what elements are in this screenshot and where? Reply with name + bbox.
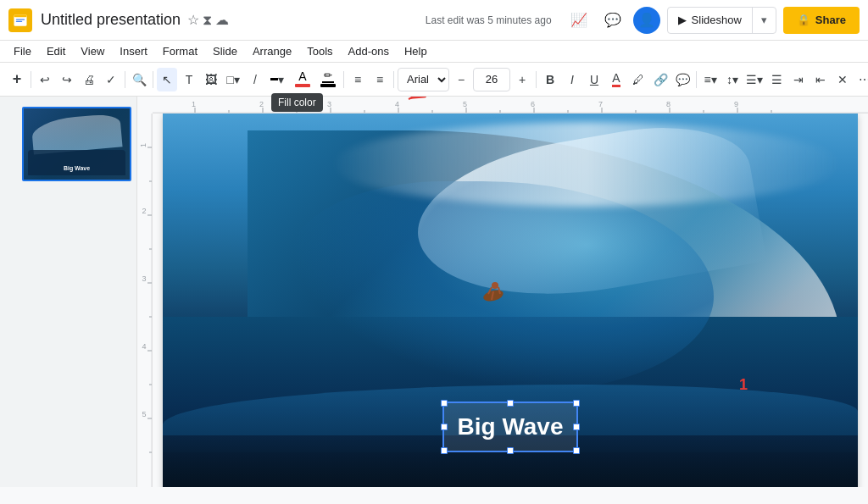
svg-text:3: 3 <box>142 274 146 283</box>
image-tool[interactable]: 🖼 <box>201 68 221 91</box>
list-btn2[interactable]: ☰ <box>766 68 787 91</box>
menu-file[interactable]: File <box>7 43 38 59</box>
underline-btn[interactable]: U <box>584 68 604 91</box>
line-tool[interactable]: / <box>245 68 265 91</box>
svg-text:5: 5 <box>463 100 467 108</box>
line-spacing-btn[interactable]: ↕▾ <box>722 68 743 91</box>
document-title[interactable]: Untitled presentation <box>41 11 181 29</box>
divider7 <box>696 71 697 88</box>
text-color-btn[interactable]: A <box>606 68 626 91</box>
menu-bar: File Edit View Insert Format Slide Arran… <box>0 41 868 63</box>
line-weight-btn[interactable]: ▾ <box>267 68 287 91</box>
menu-format[interactable]: Format <box>156 43 204 59</box>
title-right-buttons: 📈 💬 👤 ▶ Slideshow ▾ 🔒 Share <box>565 7 860 34</box>
canvas-area: 1 2 3 4 5 6 7 8 9 <box>137 97 868 487</box>
menu-insert[interactable]: Insert <box>113 43 154 59</box>
main-area: 1 Big Wave 1 2 <box>0 97 868 487</box>
analytics-icon[interactable]: 📈 <box>565 7 593 34</box>
history-icon[interactable]: ⧗ <box>203 13 212 28</box>
font-size-increase[interactable]: + <box>512 68 532 91</box>
app-logo <box>8 8 32 32</box>
svg-text:3: 3 <box>327 100 331 108</box>
slideshow-main-button[interactable]: ▶ Slideshow <box>668 8 752 33</box>
svg-text:1: 1 <box>192 100 196 108</box>
slideshow-button[interactable]: ▶ Slideshow ▾ <box>667 7 776 34</box>
fill-color-tooltip: Fill color <box>271 93 323 112</box>
print-btn[interactable]: 🖨 <box>79 68 99 91</box>
svg-point-49 <box>492 282 498 289</box>
slide-canvas[interactable]: Big Wave 1 <box>163 114 858 487</box>
italic-btn[interactable]: I <box>562 68 582 91</box>
svg-text:2: 2 <box>142 207 146 215</box>
font-selector[interactable]: Arial <box>398 68 449 91</box>
menu-addons[interactable]: Add-ons <box>342 43 396 59</box>
align-left-btn[interactable]: ≡ <box>348 68 368 91</box>
last-edit-text: Last edit was 5 minutes ago <box>426 14 552 26</box>
handle-bl[interactable] <box>441 447 448 454</box>
divider3 <box>153 71 153 88</box>
menu-edit[interactable]: Edit <box>40 43 72 59</box>
menu-view[interactable]: View <box>74 43 111 59</box>
ruler-left: 1 2 3 4 5 <box>137 114 153 487</box>
handle-br[interactable] <box>573 447 580 454</box>
list-btn[interactable]: ☰▾ <box>744 68 765 91</box>
text-align-btn[interactable]: ≡▾ <box>700 68 721 91</box>
bold-btn[interactable]: B <box>540 68 560 91</box>
divider2 <box>125 71 125 88</box>
border-color-btn[interactable]: ✏ <box>316 68 340 91</box>
text-tool[interactable]: T <box>179 68 199 91</box>
insert-btn[interactable]: + <box>7 68 27 91</box>
shapes-tool[interactable]: □▾ <box>223 68 243 91</box>
handle-mr[interactable] <box>573 424 580 430</box>
cloud-icon[interactable]: ☁ <box>215 12 229 28</box>
handle-ml[interactable] <box>441 424 448 430</box>
text-box[interactable]: Big Wave <box>442 402 578 452</box>
svg-text:7: 7 <box>598 100 603 108</box>
slideshow-dropdown-button[interactable]: ▾ <box>752 8 776 33</box>
handle-bm[interactable] <box>507 447 514 454</box>
divider1 <box>31 71 31 88</box>
star-icon[interactable]: ☆ <box>187 12 199 28</box>
svg-text:5: 5 <box>142 410 146 418</box>
outdent-btn[interactable]: ⇤ <box>810 68 831 91</box>
font-size-decrease[interactable]: − <box>451 68 471 91</box>
menu-arrange[interactable]: Arrange <box>246 43 298 59</box>
menu-help[interactable]: Help <box>398 43 434 59</box>
handle-tl[interactable] <box>441 400 448 407</box>
svg-text:1: 1 <box>139 143 147 147</box>
title-bar: Untitled presentation ☆ ⧗ ☁ Last edit wa… <box>0 0 868 41</box>
link-btn[interactable]: 🔗 <box>650 68 670 91</box>
chat-icon[interactable]: 💬 <box>599 7 626 34</box>
menu-tools[interactable]: Tools <box>300 43 339 59</box>
undo-btn[interactable]: ↩ <box>35 68 55 91</box>
svg-text:8: 8 <box>666 100 670 108</box>
svg-text:2: 2 <box>259 100 264 108</box>
account-icon[interactable]: 👤 <box>633 7 660 34</box>
svg-rect-1 <box>14 14 27 17</box>
highlight-btn[interactable]: 🖊 <box>628 68 648 91</box>
svg-text:9: 9 <box>734 100 738 108</box>
align-btn2[interactable]: ≡ <box>370 68 390 91</box>
slideshow-label: Slideshow <box>692 14 742 26</box>
zoom-btn[interactable]: 🔍 <box>129 68 149 91</box>
handle-tm[interactable] <box>507 400 514 407</box>
clear-format-btn[interactable]: ✕ <box>832 68 853 91</box>
surfer-figure <box>476 270 510 313</box>
more-btn[interactable]: ⋯ <box>854 68 868 91</box>
slide-text[interactable]: Big Wave <box>458 413 564 440</box>
menu-slide[interactable]: Slide <box>206 43 244 59</box>
select-tool[interactable]: ↖ <box>157 68 177 91</box>
svg-text:4: 4 <box>395 100 399 108</box>
redo-btn[interactable]: ↪ <box>57 68 77 91</box>
spellcheck-btn[interactable]: ✓ <box>101 68 121 91</box>
share-button[interactable]: 🔒 Share <box>783 7 860 34</box>
slide-thumbnail-1[interactable]: Big Wave <box>22 107 131 181</box>
comment-btn[interactable]: 💬 <box>672 68 693 91</box>
font-size-input[interactable] <box>473 68 510 91</box>
svg-text:4: 4 <box>142 342 146 351</box>
slide-panel: 1 Big Wave <box>0 97 137 487</box>
handle-tr[interactable] <box>573 400 580 407</box>
fill-color-btn[interactable]: A <box>291 68 314 91</box>
indent-btn[interactable]: ⇥ <box>788 68 809 91</box>
toolbar: + ↩ ↪ 🖨 ✓ 🔍 ↖ T 🖼 □▾ / ▾ A ✏ ≡ ≡ Arial −… <box>0 63 868 97</box>
